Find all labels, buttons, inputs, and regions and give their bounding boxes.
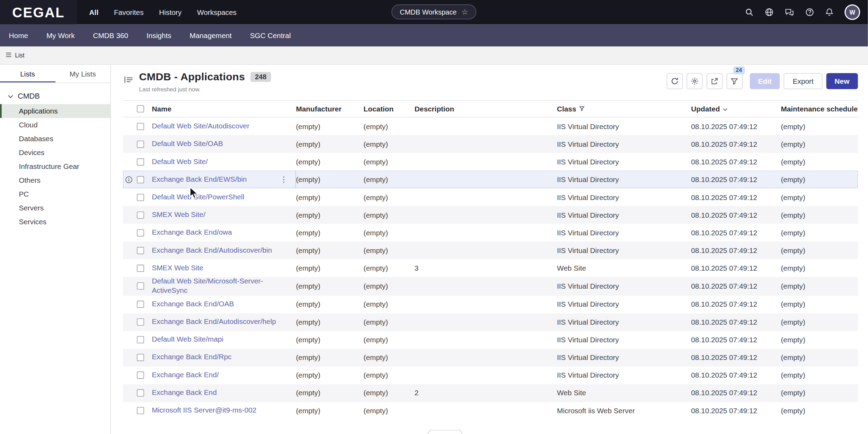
row-checkbox[interactable]: [137, 283, 144, 290]
table-row[interactable]: Exchange Back End/EWS/bin ⋮ (empty) (emp…: [123, 171, 858, 188]
record-link[interactable]: Default Web Site/OAB: [152, 139, 223, 148]
row-checkbox[interactable]: [137, 264, 144, 272]
sidebar-item-services[interactable]: Services: [0, 215, 110, 229]
table-row[interactable]: Microsoft IIS Server@it9-ms-002 ⋮ (empty…: [123, 402, 858, 419]
table-row[interactable]: Exchange Back End/OAB ⋮ (empty) (empty) …: [123, 296, 858, 313]
edit-button[interactable]: Edit: [750, 73, 780, 89]
record-link[interactable]: Exchange Back End/EWS/bin: [152, 175, 247, 184]
globe-icon[interactable]: [765, 8, 774, 17]
tab-my-lists[interactable]: My Lists: [55, 65, 110, 82]
row-checkbox[interactable]: [137, 176, 144, 183]
topnav-all[interactable]: All: [89, 8, 99, 16]
col-maintenance-header[interactable]: Maintenance schedule: [781, 105, 858, 113]
export-button[interactable]: Export: [784, 73, 822, 89]
pagination-pill[interactable]: [428, 430, 462, 434]
record-link[interactable]: Exchange Back End/Autodiscover/help: [152, 317, 276, 327]
row-checkbox[interactable]: [137, 318, 144, 326]
topnav-workspaces[interactable]: Workspaces: [197, 8, 237, 16]
record-link[interactable]: Exchange Back End: [152, 388, 216, 398]
record-link[interactable]: Default Web Site/mapi: [152, 335, 223, 345]
row-checkbox[interactable]: [137, 372, 144, 379]
row-checkbox[interactable]: [137, 229, 144, 236]
table-row[interactable]: Default Web Site/Autodiscover ⋮ (empty) …: [123, 117, 858, 135]
row-checkbox[interactable]: [137, 389, 144, 397]
record-link[interactable]: Default Web Site/: [152, 157, 207, 166]
record-link[interactable]: Default Web Site/Autodiscover: [152, 121, 249, 131]
bell-icon[interactable]: [825, 8, 833, 17]
record-link[interactable]: Exchange Back End/owa: [152, 228, 232, 237]
table-row[interactable]: Exchange Back End/Autodiscover/bin ⋮ (em…: [123, 242, 858, 259]
record-link[interactable]: Exchange Back End/Rpc: [152, 353, 231, 362]
settings-gear-button[interactable]: [687, 73, 702, 89]
record-link[interactable]: Exchange Back End/Autodiscover/bin: [152, 246, 272, 255]
row-checkbox[interactable]: [137, 158, 144, 165]
row-checkbox[interactable]: [137, 407, 144, 414]
row-checkbox[interactable]: [137, 141, 144, 148]
sidebar-item-infrastructure-gear[interactable]: Infrastructure Gear: [0, 160, 110, 173]
col-description-header[interactable]: Description: [415, 105, 557, 113]
nav-insights[interactable]: Insights: [147, 31, 171, 39]
table-row[interactable]: Default Web Site/mapi ⋮ (empty) (empty) …: [123, 331, 858, 349]
table-row[interactable]: Exchange Back End/ ⋮ (empty) (empty) IIS…: [123, 367, 858, 384]
record-link[interactable]: Microsoft IIS Server@it9-ms-002: [152, 406, 256, 415]
table-row[interactable]: Default Web Site/OAB ⋮ (empty) (empty) I…: [123, 135, 858, 153]
record-link[interactable]: Default Web Site/Microsoft-Server-Active…: [152, 277, 278, 296]
table-row[interactable]: SMEX Web Site/ ⋮ (empty) (empty) IIS Vir…: [123, 206, 858, 224]
topnav-history[interactable]: History: [159, 8, 181, 16]
record-link[interactable]: SMEX Web Site/: [152, 210, 205, 219]
row-checkbox[interactable]: [137, 354, 144, 361]
nav-management[interactable]: Management: [189, 31, 231, 39]
breadcrumb-label[interactable]: List: [15, 52, 24, 58]
row-checkbox[interactable]: [137, 301, 144, 308]
help-icon[interactable]: [805, 8, 814, 17]
row-checkbox[interactable]: [137, 336, 144, 344]
record-link[interactable]: SMEX Web Site: [152, 263, 203, 273]
table-row[interactable]: Default Web Site/Microsoft-Server-Active…: [123, 277, 858, 296]
table-row[interactable]: Default Web Site/ ⋮ (empty) (empty) IIS …: [123, 153, 858, 171]
col-name-header[interactable]: Name: [152, 105, 296, 113]
sidebar-item-applications[interactable]: Applications: [0, 104, 110, 118]
table-row[interactable]: Exchange Back End/Rpc ⋮ (empty) (empty) …: [123, 349, 858, 367]
select-all-checkbox[interactable]: [137, 105, 144, 112]
record-link[interactable]: Exchange Back End/: [152, 371, 219, 380]
nav-sgc-central[interactable]: SGC Central: [250, 31, 291, 39]
sidebar-item-others[interactable]: Others: [0, 173, 110, 187]
tree-root-cmdb[interactable]: CMDB: [0, 90, 110, 104]
sidebar-item-databases[interactable]: Databases: [0, 132, 110, 146]
table-row[interactable]: Exchange Back End/owa ⋮ (empty) (empty) …: [123, 224, 858, 241]
collapse-panel-icon[interactable]: [123, 75, 134, 87]
record-link[interactable]: Default Web Site/PowerShell: [152, 192, 244, 202]
sidebar-item-cloud[interactable]: Cloud: [0, 118, 110, 132]
table-row[interactable]: Default Web Site/PowerShell ⋮ (empty) (e…: [123, 188, 858, 206]
col-location-header[interactable]: Location: [364, 105, 415, 113]
sidebar-item-servers[interactable]: Servers: [0, 201, 110, 215]
row-checkbox[interactable]: [137, 123, 144, 130]
refresh-button[interactable]: [667, 73, 683, 89]
tab-lists[interactable]: Lists: [0, 65, 55, 82]
info-icon[interactable]: [125, 176, 133, 183]
nav-cmdb-360[interactable]: CMDB 360: [93, 31, 128, 39]
topnav-favorites[interactable]: Favorites: [114, 8, 144, 16]
sidebar-item-devices[interactable]: Devices: [0, 146, 110, 160]
filter-button[interactable]: 24: [726, 73, 742, 89]
sidebar-item-pc[interactable]: PC: [0, 187, 110, 201]
col-manufacturer-header[interactable]: Manufacturer: [296, 105, 363, 113]
nav-home[interactable]: Home: [9, 31, 28, 39]
open-in-new-button[interactable]: [707, 73, 723, 89]
record-link[interactable]: Exchange Back End/OAB: [152, 300, 234, 309]
row-checkbox[interactable]: [137, 211, 144, 218]
nav-my-work[interactable]: My Work: [46, 31, 75, 39]
table-row[interactable]: Exchange Back End/Autodiscover/help ⋮ (e…: [123, 313, 858, 331]
kebab-menu-icon[interactable]: ⋮: [278, 175, 290, 184]
new-button[interactable]: New: [826, 73, 858, 89]
chat-icon[interactable]: [785, 8, 794, 17]
search-icon[interactable]: [745, 8, 754, 17]
col-class-header[interactable]: Class: [557, 105, 691, 113]
row-checkbox[interactable]: [137, 247, 144, 254]
user-avatar[interactable]: W: [844, 4, 860, 20]
table-row[interactable]: Exchange Back End ⋮ (empty) (empty) 2 We…: [123, 384, 858, 402]
col-updated-header[interactable]: Updated: [691, 105, 781, 113]
workspace-pill[interactable]: CMDB Workspace ☆: [391, 4, 476, 19]
row-checkbox[interactable]: [137, 193, 144, 201]
star-icon[interactable]: ☆: [462, 8, 468, 16]
